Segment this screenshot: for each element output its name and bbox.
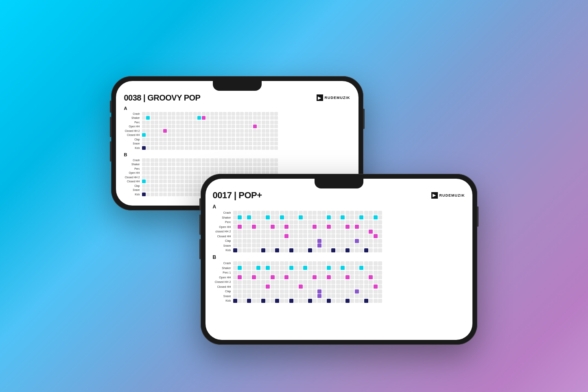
- drum-cell[interactable]: [336, 234, 340, 238]
- drum-cell[interactable]: [331, 299, 335, 303]
- drum-cell[interactable]: [227, 125, 231, 128]
- drum-cell[interactable]: [233, 215, 237, 219]
- drum-cell[interactable]: [233, 275, 237, 279]
- drum-cell[interactable]: [223, 120, 227, 124]
- drum-cell[interactable]: [247, 285, 251, 289]
- drum-cell[interactable]: [247, 243, 251, 247]
- drum-cell[interactable]: [180, 125, 184, 128]
- drum-cell[interactable]: [189, 142, 192, 145]
- drum-cell[interactable]: [364, 234, 368, 238]
- drum-cell[interactable]: [369, 230, 373, 234]
- drum-cell[interactable]: [289, 225, 293, 229]
- drum-cell[interactable]: [155, 125, 158, 128]
- drum-cell[interactable]: [341, 220, 345, 224]
- drum-cell[interactable]: [271, 225, 275, 229]
- drum-cell[interactable]: [275, 230, 279, 234]
- drum-cell[interactable]: [180, 116, 184, 120]
- drum-cell[interactable]: [327, 215, 331, 219]
- drum-cell[interactable]: [245, 133, 248, 137]
- drum-cell[interactable]: [256, 220, 260, 224]
- drum-cell[interactable]: [151, 158, 154, 162]
- drum-cell[interactable]: [274, 146, 278, 150]
- drum-cell[interactable]: [180, 184, 184, 188]
- drum-cell[interactable]: [341, 266, 345, 270]
- drum-cell[interactable]: [359, 220, 363, 224]
- drum-cell[interactable]: [355, 234, 359, 238]
- drum-cell[interactable]: [172, 175, 175, 179]
- drum-cell[interactable]: [322, 299, 326, 303]
- drum-cell[interactable]: [243, 220, 247, 224]
- drum-cell[interactable]: [355, 220, 359, 224]
- drum-cell[interactable]: [249, 116, 252, 120]
- drum-cell[interactable]: [280, 248, 284, 252]
- drum-cell[interactable]: [266, 243, 270, 247]
- drum-cell[interactable]: [308, 215, 312, 219]
- drum-cell[interactable]: [303, 234, 307, 238]
- drum-cell[interactable]: [313, 225, 317, 229]
- drum-cell[interactable]: [247, 239, 251, 243]
- drum-cell[interactable]: [193, 133, 197, 137]
- drum-cell[interactable]: [240, 125, 244, 128]
- drum-cell[interactable]: [270, 146, 274, 150]
- drum-cell[interactable]: [317, 215, 321, 219]
- drum-cell[interactable]: [232, 125, 235, 128]
- drum-cell[interactable]: [364, 239, 368, 243]
- drum-cell[interactable]: [249, 125, 252, 128]
- drum-cell[interactable]: [350, 294, 354, 298]
- drum-cell[interactable]: [245, 120, 248, 124]
- drum-cell[interactable]: [257, 138, 261, 141]
- drum-cell[interactable]: [151, 188, 154, 192]
- drum-cell[interactable]: [202, 171, 205, 175]
- drum-cell[interactable]: [317, 275, 321, 279]
- drum-cell[interactable]: [299, 280, 303, 284]
- drum-cell[interactable]: [322, 234, 326, 238]
- drum-cell[interactable]: [159, 193, 163, 196]
- drum-cell[interactable]: [289, 220, 293, 224]
- drum-cell[interactable]: [266, 129, 269, 133]
- drum-cell[interactable]: [252, 239, 256, 243]
- drum-cell[interactable]: [364, 294, 368, 298]
- drum-cell[interactable]: [280, 220, 284, 224]
- drum-cell[interactable]: [313, 275, 317, 279]
- drum-cell[interactable]: [247, 261, 251, 265]
- drum-cell[interactable]: [233, 225, 237, 229]
- drum-cell[interactable]: [261, 234, 265, 238]
- drum-cell[interactable]: [172, 125, 175, 128]
- drum-cell[interactable]: [266, 138, 269, 141]
- drum-cell[interactable]: [206, 146, 210, 150]
- drum-cell[interactable]: [374, 261, 378, 265]
- drum-cell[interactable]: [189, 146, 192, 150]
- drum-cell[interactable]: [240, 120, 244, 124]
- drum-cell[interactable]: [252, 225, 256, 229]
- drum-cell[interactable]: [193, 112, 197, 116]
- drum-cell[interactable]: [345, 243, 350, 247]
- drum-cell[interactable]: [233, 261, 237, 265]
- drum-cell[interactable]: [193, 138, 197, 141]
- drum-cell[interactable]: [331, 285, 335, 289]
- drum-cell[interactable]: [299, 294, 303, 298]
- drum-cell[interactable]: [327, 285, 331, 289]
- drum-cell[interactable]: [155, 120, 158, 124]
- drum-cell[interactable]: [155, 116, 158, 120]
- drum-cell[interactable]: [176, 133, 180, 137]
- drum-cell[interactable]: [163, 171, 167, 175]
- drum-cell[interactable]: [345, 248, 350, 252]
- drum-cell[interactable]: [146, 162, 150, 166]
- drum-cell[interactable]: [345, 289, 350, 293]
- drum-cell[interactable]: [261, 211, 265, 215]
- drum-cell[interactable]: [240, 116, 244, 120]
- drum-cell[interactable]: [168, 116, 171, 120]
- drum-cell[interactable]: [359, 239, 363, 243]
- drum-cell[interactable]: [355, 289, 359, 293]
- drum-cell[interactable]: [317, 289, 321, 293]
- drum-cell[interactable]: [336, 220, 340, 224]
- drum-cell[interactable]: [274, 142, 278, 145]
- drum-cell[interactable]: [262, 125, 265, 128]
- drum-cell[interactable]: [270, 129, 274, 133]
- drum-cell[interactable]: [142, 167, 146, 171]
- drum-cell[interactable]: [350, 289, 354, 293]
- drum-cell[interactable]: [299, 271, 303, 275]
- drum-cell[interactable]: [378, 299, 382, 303]
- drum-cell[interactable]: [180, 133, 184, 137]
- drum-cell[interactable]: [155, 175, 158, 179]
